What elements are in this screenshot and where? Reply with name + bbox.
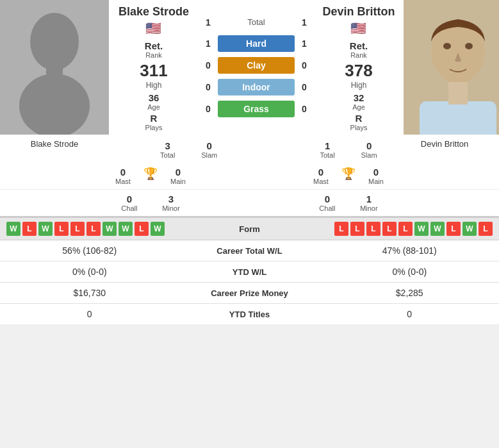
left-total-label: Total — [160, 151, 175, 159]
left-rank-section: Ret. Rank — [145, 40, 163, 59]
stats-center-label: Career Total W/L — [179, 246, 320, 256]
clay-right-score: 0 — [295, 60, 314, 71]
right-chall-val: 0 — [325, 194, 330, 204]
right-chall-label: Chall — [319, 204, 335, 212]
form-badge: W — [6, 222, 20, 236]
form-badge: L — [334, 222, 348, 236]
right-form-badges: LLLLLWWLWL — [288, 222, 493, 236]
right-slam-val: 0 — [366, 140, 372, 151]
indoor-court-row: 0 Indoor 0 — [199, 79, 314, 95]
total-left-score: 1 — [199, 17, 218, 28]
right-trophy-icon: 🏆 — [341, 167, 356, 181]
right-age-value: 32 — [352, 92, 365, 103]
left-mast-val: 0 — [120, 167, 126, 178]
right-minor-val: 1 — [366, 194, 372, 204]
right-mast-val: 0 — [318, 167, 323, 178]
hard-court-btn[interactable]: Hard — [218, 35, 295, 52]
left-player-name-bottom: Blake Strode — [0, 139, 109, 160]
left-plays-label: Plays — [145, 124, 163, 131]
grass-court-btn[interactable]: Grass — [218, 101, 295, 117]
form-badge: L — [70, 222, 85, 236]
form-section: WLWLLLWWLW Form LLLLLWWLWL — [0, 217, 499, 240]
center-block: 1 Total 1 1 Hard 1 0 Clay 0 0 Indoor 0 — [199, 0, 314, 137]
left-plays-value: R — [145, 113, 163, 124]
right-rank-section: Ret. Rank — [350, 40, 368, 59]
right-minor-label: Minor — [360, 204, 378, 212]
svg-rect-3 — [46, 67, 63, 80]
stats-left-value: 56% (106-82) — [0, 245, 179, 256]
right-total-val: 1 — [325, 140, 330, 151]
left-slam-val: 0 — [207, 140, 212, 151]
right-plays-value: R — [350, 113, 368, 124]
svg-rect-9 — [420, 101, 496, 135]
form-badge: W — [102, 222, 117, 236]
clay-court-btn[interactable]: Clay — [218, 57, 295, 74]
stats-row: 0% (0-0) YTD W/L 0% (0-0) — [0, 261, 499, 283]
stats-left-value: $16,730 — [0, 288, 179, 298]
left-player-name: Blake Strode 🇺🇸 — [119, 5, 189, 38]
right-main-label: Main — [368, 178, 384, 185]
chall-minor-row: 0 Chall 3 Minor 0 Chall 1 Minor — [0, 190, 499, 217]
stats-left-value: 0% (0-0) — [0, 267, 179, 277]
right-plays-label: Plays — [350, 124, 368, 131]
grass-left-score: 0 — [199, 104, 218, 114]
grass-right-score: 0 — [295, 104, 314, 114]
stats-center-label: YTD W/L — [179, 267, 320, 277]
form-badge: W — [462, 222, 477, 236]
form-badge: L — [398, 222, 413, 236]
total-right-score: 1 — [295, 17, 314, 28]
right-plays-section: R Plays — [350, 113, 368, 131]
left-slam-label: Slam — [201, 151, 217, 159]
left-chall-val: 0 — [127, 194, 132, 204]
right-mast-label: Mast — [313, 178, 329, 185]
left-age-section: 36 Age — [147, 92, 160, 111]
left-main-label: Main — [170, 178, 186, 185]
left-age-label: Age — [147, 103, 160, 111]
left-player-info: Blake Strode 🇺🇸 Ret. Rank 311 High 36 Ag… — [109, 0, 199, 137]
indoor-right-score: 0 — [295, 82, 314, 92]
form-badge: W — [38, 222, 53, 236]
total-label: Total — [218, 17, 295, 27]
right-main-val: 0 — [373, 167, 379, 178]
stats-row: 0 YTD Titles 0 — [0, 304, 499, 324]
form-badge: L — [54, 222, 69, 236]
right-age-label: Age — [352, 103, 365, 111]
right-player-flag: 🇺🇸 — [322, 21, 395, 36]
left-age-value: 36 — [147, 92, 160, 103]
form-badge: L — [366, 222, 380, 236]
svg-point-8 — [465, 43, 473, 49]
stats-left-value: 0 — [0, 309, 179, 319]
right-total-label: Total — [320, 151, 334, 159]
form-badge: L — [479, 222, 493, 236]
indoor-court-btn[interactable]: Indoor — [218, 79, 295, 95]
form-badge: L — [350, 222, 364, 236]
form-label: Form — [211, 224, 288, 234]
stats-center-label: YTD Titles — [179, 310, 320, 319]
left-form-badges: WLWLLLWWLW — [6, 222, 211, 236]
main-container: Blake Strode 🇺🇸 Ret. Rank 311 High 36 Ag… — [0, 0, 499, 324]
form-badge: L — [135, 222, 149, 236]
left-player-block: Blake Strode 🇺🇸 Ret. Rank 311 High 36 Ag… — [0, 0, 199, 137]
right-player-name: Devin Britton 🇺🇸 — [322, 5, 395, 38]
left-rank-label: Rank — [145, 51, 162, 59]
form-badge: L — [446, 222, 461, 236]
left-chall-label: Chall — [121, 204, 137, 212]
left-player-photo — [0, 0, 109, 137]
left-rank-value: Ret. — [145, 40, 163, 51]
stats-row: 56% (106-82) Career Total W/L 47% (88-10… — [0, 240, 499, 261]
right-rank-label: Rank — [350, 51, 367, 59]
right-high-label: High — [345, 81, 372, 90]
svg-point-1 — [30, 13, 79, 71]
player-names-row: Blake Strode 3 Total 0 Slam 1 Total 0 Sl… — [0, 137, 499, 163]
clay-court-row: 0 Clay 0 — [199, 57, 314, 74]
form-badge: W — [430, 222, 445, 236]
second-stats-row: 0 Mast 🏆 0 Main 0 Mast 🏆 0 Main — [0, 163, 499, 190]
left-high-section: 311 High — [140, 61, 167, 90]
left-high-value: 311 — [140, 61, 167, 81]
clay-left-score: 0 — [199, 60, 218, 71]
right-player-name-bottom: Devin Britton — [390, 139, 499, 160]
stats-right-value: 0% (0-0) — [320, 267, 500, 277]
stats-right-value: 0 — [320, 309, 500, 319]
right-high-value: 378 — [345, 61, 372, 81]
form-badge: W — [414, 222, 429, 236]
